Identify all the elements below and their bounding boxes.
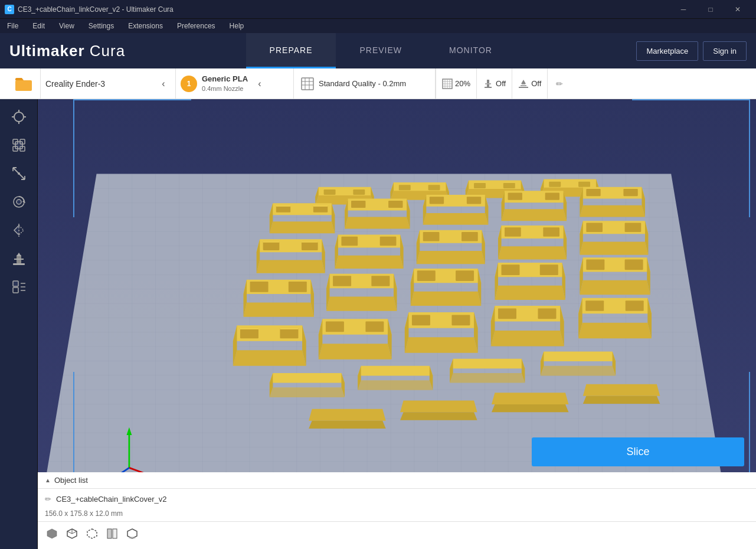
svg-marker-194 xyxy=(578,323,652,339)
svg-rect-0 xyxy=(15,80,32,91)
svg-marker-204 xyxy=(358,380,433,390)
svg-rect-35 xyxy=(13,263,25,265)
svg-line-231 xyxy=(67,531,72,534)
select-tool-button[interactable] xyxy=(6,104,32,130)
open-folder-button[interactable] xyxy=(12,72,35,96)
viewport[interactable]: ▲ Object list ✏ CE3_+cableChain_linkCove… xyxy=(38,99,756,549)
mirror-icon xyxy=(11,222,27,238)
translate-tool-button[interactable] xyxy=(6,132,32,158)
support-tool-button[interactable] xyxy=(6,246,32,272)
printer-name: Creality Ender-3 xyxy=(45,79,152,89)
svg-marker-94 xyxy=(502,209,567,221)
svg-rect-139 xyxy=(250,282,269,292)
quality-icon xyxy=(301,77,314,90)
svg-rect-127 xyxy=(505,227,521,236)
view-solid-button[interactable] xyxy=(42,524,61,543)
edit-settings-button[interactable]: ✏ xyxy=(556,79,563,89)
material-prev-button[interactable]: ‹ xyxy=(253,77,267,91)
svg-point-30 xyxy=(18,172,20,175)
menu-help[interactable]: Help xyxy=(227,21,247,31)
svg-marker-138 xyxy=(244,302,314,316)
svg-marker-19 xyxy=(521,80,526,84)
toolbar-support-section: Off xyxy=(476,68,512,99)
svg-marker-188 xyxy=(491,331,564,347)
svg-rect-145 xyxy=(333,276,351,286)
svg-marker-120 xyxy=(417,251,485,264)
svg-rect-39 xyxy=(13,281,18,286)
toolbar-quality-section: Standard Quality - 0.2mm xyxy=(294,68,436,99)
object-list-label: Object list xyxy=(54,476,88,485)
sidebar xyxy=(0,99,38,549)
svg-rect-163 xyxy=(586,259,604,270)
svg-rect-63 xyxy=(474,183,486,188)
svg-marker-218 xyxy=(492,404,569,412)
svg-rect-57 xyxy=(399,185,411,190)
menu-edit[interactable]: Edit xyxy=(30,21,47,31)
split-view-icon xyxy=(106,528,118,540)
mirror-tool-button[interactable] xyxy=(6,217,32,243)
view-open-button[interactable] xyxy=(83,524,102,543)
close-button[interactable]: ✕ xyxy=(724,0,751,19)
tab-preview[interactable]: PREVIEW xyxy=(336,33,426,68)
titlebar-controls: ─ □ ✕ xyxy=(670,0,751,19)
svg-marker-176 xyxy=(319,344,392,360)
menu-settings[interactable]: Settings xyxy=(86,21,116,31)
menu-file[interactable]: File xyxy=(5,21,21,31)
svg-rect-107 xyxy=(263,241,280,250)
scale-icon xyxy=(11,165,27,182)
svg-rect-170 xyxy=(280,328,298,339)
svg-rect-177 xyxy=(326,322,344,332)
svg-rect-83 xyxy=(351,201,365,208)
object-item-name: CE3_+cableChain_linkCover_v2 xyxy=(56,495,167,504)
main-area: ▲ Object list ✏ CE3_+cableChain_linkCove… xyxy=(0,99,756,549)
object-list-header[interactable]: ▲ Object list xyxy=(38,472,756,489)
menu-extensions[interactable]: Extensions xyxy=(126,21,165,31)
titlebar-left: C CE3_+cableChain_linkCover_v2 - Ultimak… xyxy=(5,5,174,14)
material-badge: 1 xyxy=(181,76,197,92)
svg-marker-150 xyxy=(411,292,481,306)
svg-rect-122 xyxy=(462,232,478,241)
minimize-button[interactable]: ─ xyxy=(670,0,697,19)
maximize-button[interactable]: □ xyxy=(697,0,724,19)
view-shadow-button[interactable] xyxy=(123,524,142,543)
support-sidebar-icon xyxy=(11,250,27,267)
logo-text2: Cura xyxy=(90,42,125,60)
shadow-view-icon xyxy=(126,528,138,540)
svg-rect-40 xyxy=(13,287,18,293)
open-cube-icon xyxy=(86,528,98,540)
svg-rect-78 xyxy=(313,205,328,207)
svg-rect-233 xyxy=(107,529,112,538)
signin-button[interactable]: Sign in xyxy=(703,41,747,61)
scale-tool-button[interactable] xyxy=(6,161,32,187)
printer-prev-button[interactable]: ‹ xyxy=(156,77,171,91)
tab-monitor[interactable]: MONITOR xyxy=(426,33,516,68)
marketplace-button[interactable]: Marketplace xyxy=(636,41,698,61)
header-right: Marketplace Sign in xyxy=(636,41,747,61)
material-name: Generic PLA xyxy=(202,74,248,84)
view-wireframe-button[interactable] xyxy=(63,524,81,543)
svg-marker-156 xyxy=(495,286,565,300)
adhesion-label: Off xyxy=(531,79,541,88)
tab-prepare[interactable]: PREPARE xyxy=(246,33,336,68)
menu-view[interactable]: View xyxy=(57,21,77,31)
titlebar: C CE3_+cableChain_linkCover_v2 - Ultimak… xyxy=(0,0,756,19)
svg-marker-114 xyxy=(335,256,403,269)
svg-rect-133 xyxy=(586,223,603,232)
menu-preferences[interactable]: Preferences xyxy=(175,21,218,31)
svg-marker-214 xyxy=(309,421,386,429)
view-split-button[interactable] xyxy=(103,524,122,543)
svg-rect-70 xyxy=(578,182,590,187)
svg-rect-84 xyxy=(388,201,402,208)
material-info: Generic PLA 0.4mm Nozzle xyxy=(202,74,248,93)
svg-marker-162 xyxy=(580,280,650,295)
svg-rect-101 xyxy=(586,189,600,196)
bottom-panel: ▲ Object list ✏ CE3_+cableChain_linkCove… xyxy=(38,472,756,549)
per-model-settings-button[interactable] xyxy=(6,274,32,300)
svg-marker-201 xyxy=(358,366,433,376)
app-icon: C xyxy=(5,5,14,14)
rotate-tool-button[interactable] xyxy=(6,189,32,215)
svg-rect-195 xyxy=(585,300,604,311)
svg-point-32 xyxy=(17,200,21,204)
slice-button[interactable]: Slice xyxy=(532,437,744,466)
svg-rect-178 xyxy=(365,322,384,332)
